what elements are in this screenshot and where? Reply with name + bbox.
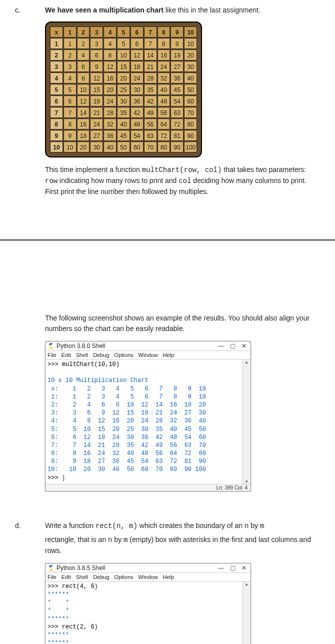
results-paragraph: The following screenshot shows an exampl…	[45, 313, 320, 334]
menu-item[interactable]: Edit	[62, 352, 71, 358]
chart-cell: 9	[90, 61, 103, 72]
chart-cell: 2	[77, 26, 90, 38]
chart-cell: 30	[184, 61, 197, 72]
minimize-icon[interactable]: —	[218, 564, 224, 572]
scrollbar[interactable]: ▴ ▾	[242, 360, 250, 484]
chart-cell: 24	[90, 118, 103, 130]
chart-cell: 18	[90, 96, 103, 106]
chart-cell: 30	[90, 142, 103, 152]
close-icon[interactable]: ✕	[242, 564, 246, 572]
section-intro: We have seen a multiplication chart like…	[45, 5, 260, 16]
chart-cell: 12	[130, 50, 144, 60]
chart-cell: 5	[50, 84, 63, 95]
shell-line: ******	[48, 639, 248, 644]
chart-cell: 90	[170, 142, 184, 152]
section-c-continued: The following screenshot shows an exampl…	[0, 301, 335, 516]
chart-cell: 63	[144, 130, 157, 141]
shell-titlebar[interactable]: Python 3.8.0 Shell — ▢ ✕	[46, 342, 250, 351]
chart-cell: 24	[130, 72, 144, 84]
shell-line: >>> |	[48, 474, 248, 482]
menu-item[interactable]: Debug	[93, 574, 109, 580]
menu-item[interactable]: Help	[163, 574, 174, 580]
chart-cell: 28	[144, 72, 157, 84]
menu-item[interactable]: Debug	[93, 352, 109, 358]
chart-cell: 56	[144, 118, 157, 130]
menu-item[interactable]: File	[48, 352, 56, 358]
shell-content[interactable]: >>> rect(4, 6)******* ** *******>>> rect…	[46, 582, 250, 644]
minimize-icon[interactable]: —	[218, 342, 224, 350]
menu-item[interactable]: Options	[114, 574, 134, 580]
chart-cell: 42	[130, 107, 144, 118]
chart-cell: 3	[90, 38, 103, 49]
chart-cell: 60	[184, 96, 197, 106]
shell-title: Python 3.8.5 Shell	[56, 564, 218, 572]
chart-cell: 48	[130, 118, 144, 130]
scroll-up-icon[interactable]: ▴	[246, 582, 248, 586]
menu-item[interactable]: Shell	[76, 352, 88, 358]
chart-cell: 12	[90, 72, 103, 84]
menu-item[interactable]: Window	[138, 574, 158, 580]
chart-cell: 40	[184, 72, 197, 84]
chart-cell: 4	[104, 26, 116, 38]
chart-cell: 20	[104, 84, 116, 95]
chart-cell: 10	[184, 38, 197, 49]
menu-item[interactable]: File	[48, 574, 56, 580]
section-d-heading: d. Write a function rect(n, m) which cre…	[15, 520, 320, 532]
multiplication-chart-grid: x123456789101123456789102246810121416182…	[50, 26, 197, 152]
shell-line: x: 1 2 3 4 5 6 7 8 9 10	[48, 385, 248, 393]
chart-cell: 24	[104, 96, 116, 106]
chart-cell: 36	[170, 72, 184, 84]
chart-cell: 28	[104, 107, 116, 118]
shell-content[interactable]: >>> multChart(10,10) 10 x 10 Multiplicat…	[46, 360, 250, 484]
chart-cell: 48	[158, 96, 170, 106]
chart-cell: 21	[90, 107, 103, 118]
shell-titlebar[interactable]: Python 3.8.5 Shell — ▢ ✕	[46, 564, 250, 573]
menu-item[interactable]: Window	[138, 352, 158, 358]
section-c-description: This time implement a function multChart…	[45, 164, 320, 197]
chart-cell: 54	[170, 96, 184, 106]
close-icon[interactable]: ✕	[242, 342, 246, 350]
chart-cell: 35	[144, 84, 157, 95]
scrollbar[interactable]: ▴ ▾	[242, 582, 250, 644]
chart-cell: 5	[117, 38, 130, 49]
shell-line: ******	[48, 590, 248, 598]
chart-cell: 9	[50, 130, 63, 141]
chart-cell: 6	[64, 96, 76, 106]
section-d-description: rectangle, that is an n by m (empty) box…	[45, 534, 320, 556]
shell-line: 1: 1 2 3 4 5 6 7 8 9 10	[48, 393, 248, 401]
chart-cell: 16	[158, 50, 170, 60]
chart-cell: 8	[64, 118, 76, 130]
chart-cell: 3	[50, 61, 63, 72]
chart-cell: 3	[90, 26, 103, 38]
chart-cell: 9	[170, 38, 184, 49]
section-c-heading: c. We have seen a multiplication chart l…	[15, 5, 320, 16]
section-letter: d.	[15, 522, 45, 530]
scroll-up-icon[interactable]: ▴	[246, 360, 248, 364]
shell-window-c: Python 3.8.0 Shell — ▢ ✕ FileEditShellDe…	[45, 341, 251, 492]
menu-item[interactable]: Help	[163, 352, 174, 358]
shell-line: >>> rect(2, 6)	[48, 623, 248, 631]
shell-line: 4: 4 8 12 16 20 24 28 32 36 40	[48, 417, 248, 425]
chart-cell: 7	[144, 38, 157, 49]
chart-cell: 4	[77, 50, 90, 60]
maximize-icon[interactable]: ▢	[230, 342, 236, 350]
chart-cell: 1	[64, 26, 76, 38]
chart-cell: 6	[77, 61, 90, 72]
chart-cell: 2	[64, 50, 76, 60]
menu-item[interactable]: Edit	[62, 574, 71, 580]
chart-cell: 16	[77, 118, 90, 130]
menu-item[interactable]: Options	[114, 352, 134, 358]
menu-item[interactable]: Shell	[76, 574, 88, 580]
chart-cell: 30	[117, 96, 130, 106]
chart-cell: 49	[144, 107, 157, 118]
chart-cell: 8	[158, 26, 170, 38]
chart-cell: 5	[117, 26, 130, 38]
chart-cell: 54	[130, 130, 144, 141]
window-controls: — ▢ ✕	[218, 564, 248, 572]
chart-cell: 27	[90, 130, 103, 141]
scroll-down-icon[interactable]: ▾	[246, 479, 248, 484]
chart-cell: 45	[117, 130, 130, 141]
window-controls: — ▢ ✕	[218, 342, 248, 350]
maximize-icon[interactable]: ▢	[230, 564, 236, 572]
chart-cell: 70	[144, 142, 157, 152]
